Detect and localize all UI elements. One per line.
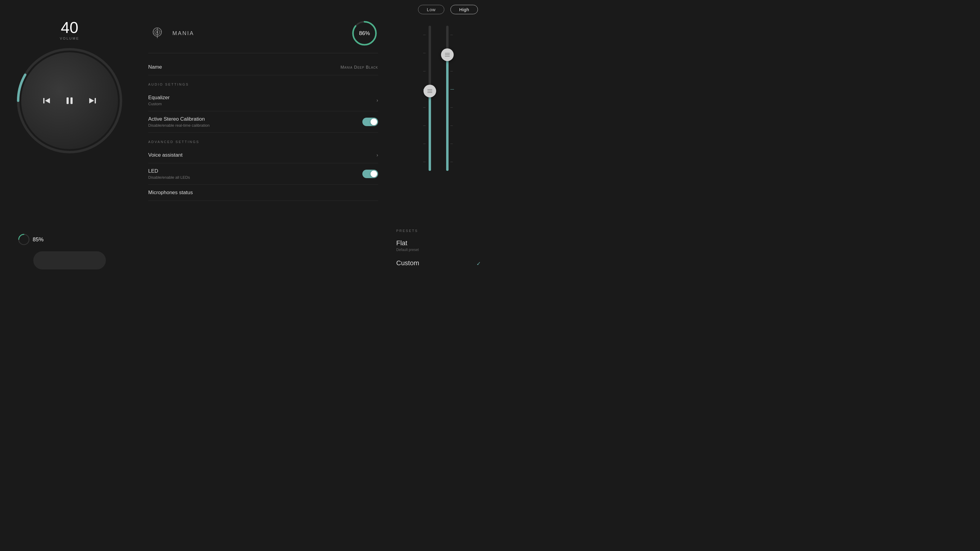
preset-flat[interactable]: Flat Default preset: [396, 237, 481, 254]
calibration-toggle-track: [362, 118, 378, 126]
advanced-settings-header: ADVANCED SETTINGS: [148, 140, 378, 144]
led-label: LED: [148, 168, 190, 174]
battery-circle-icon: [18, 234, 30, 245]
volume-label: VOLUME: [60, 37, 79, 40]
presets-label: PRESETS: [396, 229, 481, 233]
left-ticks: [423, 26, 427, 171]
preset-checkmark-icon: ✓: [476, 260, 481, 267]
preset-custom-row: Custom ✓: [396, 259, 481, 267]
led-right: [362, 170, 378, 178]
preset-flat-desc: Default preset: [396, 248, 481, 252]
player-circle: [21, 52, 118, 149]
left-slider-container: [429, 26, 431, 189]
audio-settings-header: AUDIO SETTINGS: [148, 83, 378, 86]
voice-assistant-info: Voice assistant: [148, 152, 182, 158]
name-field-label: Name: [148, 64, 162, 70]
preset-flat-name: Flat: [396, 239, 481, 247]
led-toggle[interactable]: [362, 170, 378, 178]
device-name-label: MANIA: [172, 30, 194, 37]
right-slider-container: [446, 26, 449, 189]
microphones-label: Microphones status: [148, 190, 192, 196]
right-slider-track[interactable]: [446, 26, 449, 171]
top-bar: Low High: [0, 0, 490, 17]
calibration-info: Active Stereo Calibration Disable/enable…: [148, 116, 210, 128]
calibration-label: Active Stereo Calibration: [148, 116, 210, 122]
led-toggle-thumb: [371, 171, 377, 177]
calibration-toggle[interactable]: [362, 118, 378, 126]
right-ticks: [450, 26, 454, 171]
calibration-desc: Disable/enable real-time calibration: [148, 123, 210, 128]
name-row: Name Mania Deep Black: [148, 59, 378, 75]
equalizer-chevron-icon: ›: [377, 98, 378, 103]
svg-rect-6: [95, 98, 96, 103]
progress-percent-text: 86%: [359, 30, 370, 37]
middle-panel: MANIA 86% Name Mania Deep Black AUDIO SE…: [139, 17, 387, 275]
voice-assistant-chevron-icon: ›: [377, 152, 378, 158]
voice-assistant-right: ›: [377, 152, 378, 158]
pause-button[interactable]: [62, 94, 77, 108]
led-desc: Disable/enable all LEDs: [148, 175, 190, 179]
led-toggle-track: [362, 170, 378, 178]
left-panel: 40 VOLUME: [0, 17, 139, 275]
low-button[interactable]: Low: [418, 5, 444, 14]
left-slider-track[interactable]: [429, 26, 431, 171]
player-circle-container: [15, 46, 124, 155]
volume-display: 40 VOLUME: [60, 20, 79, 40]
left-thumb-lines: [427, 89, 432, 93]
led-info: LED Disable/enable all LEDs: [148, 168, 190, 179]
main-content: 40 VOLUME: [0, 17, 490, 275]
calibration-right: [362, 118, 378, 126]
bottom-widget[interactable]: [33, 251, 106, 270]
headphone-icon: [148, 24, 166, 42]
right-slider-fill: [446, 55, 449, 171]
equalizer-info: Equalizer Custom: [148, 95, 170, 106]
svg-marker-3: [45, 98, 50, 103]
preset-custom-name: Custom: [396, 259, 419, 267]
calibration-toggle-thumb: [371, 119, 377, 125]
svg-rect-5: [70, 97, 73, 104]
led-row: LED Disable/enable all LEDs: [148, 163, 378, 185]
equalizer-label: Equalizer: [148, 95, 170, 101]
high-button[interactable]: High: [450, 5, 478, 14]
preset-custom[interactable]: Custom ✓: [396, 257, 481, 270]
svg-rect-4: [67, 97, 68, 104]
calibration-row: Active Stereo Calibration Disable/enable…: [148, 111, 378, 133]
voice-assistant-row[interactable]: Voice assistant ›: [148, 147, 378, 163]
volume-number: 40: [60, 20, 79, 35]
progress-circle: 86%: [351, 20, 378, 47]
equalizer-row[interactable]: Equalizer Custom ›: [148, 90, 378, 111]
microphones-info: Microphones status: [148, 190, 192, 196]
prev-button[interactable]: [40, 94, 53, 107]
sliders-area: [396, 20, 481, 220]
left-slider-thumb[interactable]: [423, 85, 436, 97]
battery-percent: 85%: [33, 237, 43, 243]
right-slider-thumb[interactable]: [441, 48, 454, 61]
device-header: MANIA 86%: [148, 17, 378, 53]
battery-indicator: 85%: [18, 234, 43, 245]
name-field-value: Mania Deep Black: [340, 65, 378, 70]
right-panel: PRESETS Flat Default preset Custom ✓: [387, 17, 490, 275]
presets-section: PRESETS Flat Default preset Custom ✓: [396, 226, 481, 270]
microphones-row[interactable]: Microphones status: [148, 185, 378, 201]
left-slider-fill: [429, 91, 431, 171]
equalizer-value: Custom: [148, 102, 170, 106]
voice-assistant-label: Voice assistant: [148, 152, 182, 158]
equalizer-right: ›: [377, 98, 378, 103]
svg-rect-2: [43, 98, 45, 103]
next-button[interactable]: [86, 94, 99, 107]
right-thumb-lines: [445, 53, 450, 57]
svg-marker-7: [89, 98, 94, 103]
